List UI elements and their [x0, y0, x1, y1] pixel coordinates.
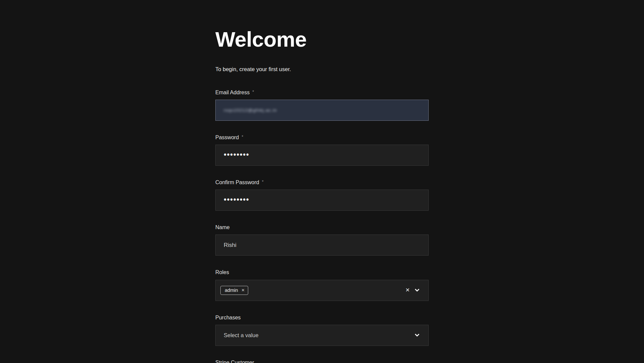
email-value-redacted: rxqs10212@gfnkj.ac.in	[224, 108, 277, 113]
required-asterisk: *	[241, 134, 243, 140]
password-field-group: Password * ••••••••	[215, 134, 429, 166]
confirm-password-label-text: Confirm Password	[215, 179, 259, 186]
confirm-password-field-group: Confirm Password * ••••••••	[215, 179, 429, 211]
chevron-down-icon[interactable]	[415, 333, 420, 337]
stripe-customer-label-text: Stripe Customer	[215, 359, 254, 363]
email-input[interactable]: rxqs10212@gfnkj.ac.in	[215, 100, 429, 121]
password-label: Password *	[215, 134, 429, 141]
purchases-label-text: Purchases	[215, 314, 241, 321]
required-asterisk: *	[262, 179, 264, 185]
name-label: Name	[215, 224, 429, 230]
stripe-customer-label: Stripe Customer	[215, 359, 429, 363]
confirm-password-input[interactable]: ••••••••	[215, 190, 429, 211]
chevron-down-icon[interactable]	[415, 289, 420, 292]
name-label-text: Name	[215, 224, 230, 230]
roles-select-controls: ✕	[406, 288, 420, 293]
create-first-user-page: Welcome To begin, create your first user…	[215, 0, 429, 363]
roles-multiselect[interactable]: admin ✕ ✕	[215, 280, 429, 301]
stripe-customer-field-group: Stripe Customer	[215, 359, 429, 363]
roles-label-text: Roles	[215, 269, 229, 275]
clear-icon[interactable]: ✕	[406, 288, 410, 293]
purchases-label: Purchases	[215, 314, 429, 321]
purchases-placeholder: Select a value	[224, 332, 259, 339]
chip-remove-icon[interactable]: ✕	[241, 288, 245, 292]
name-input[interactable]: Rishi	[215, 235, 429, 256]
name-value: Rishi	[224, 242, 236, 249]
required-asterisk: *	[252, 89, 254, 95]
purchases-select-controls	[415, 333, 420, 337]
email-label-text: Email Address	[215, 89, 250, 96]
password-label-text: Password	[215, 134, 239, 141]
page-title: Welcome	[215, 29, 429, 50]
purchases-select[interactable]: Select a value	[215, 325, 429, 346]
confirm-password-label: Confirm Password *	[215, 179, 429, 186]
roles-field-group: Roles admin ✕ ✕	[215, 269, 429, 301]
role-chip-admin[interactable]: admin ✕	[220, 286, 248, 295]
password-input[interactable]: ••••••••	[215, 145, 429, 166]
email-label: Email Address *	[215, 89, 429, 96]
email-field-group: Email Address * rxqs10212@gfnkj.ac.in	[215, 89, 429, 121]
role-chip-label: admin	[225, 288, 238, 293]
roles-label: Roles	[215, 269, 429, 275]
intro-text: To begin, create your first user.	[215, 66, 429, 73]
name-field-group: Name Rishi	[215, 224, 429, 256]
purchases-field-group: Purchases Select a value	[215, 314, 429, 346]
